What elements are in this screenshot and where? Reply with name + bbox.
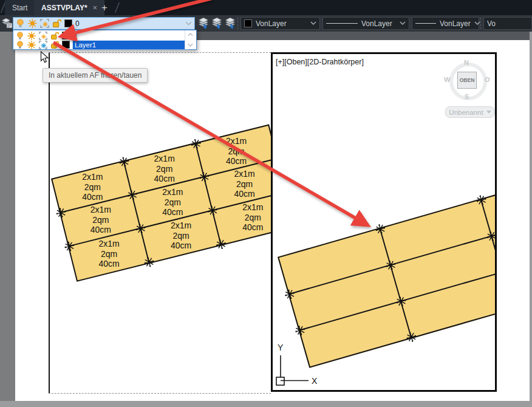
panel-label: 2x1m2qm40cm <box>67 205 134 235</box>
ucs-icon: Y X <box>273 337 333 392</box>
layer-unlock-icon[interactable] <box>50 32 59 40</box>
block-marker-icon <box>475 194 488 207</box>
ucs-x-label: X <box>312 376 318 386</box>
layer-name: 0 <box>73 32 77 39</box>
plotstyle-value: Vo <box>487 19 496 28</box>
layer-color-swatch[interactable] <box>62 41 70 49</box>
layer-color-swatch[interactable] <box>64 19 72 27</box>
layer-row-layer1[interactable]: Layer1 <box>13 40 190 49</box>
block-marker-icon <box>126 189 139 202</box>
linetype-value: VonLayer <box>361 19 392 28</box>
block-marker-icon <box>134 222 147 235</box>
block-marker-icon <box>294 324 307 337</box>
panel-label: 2x1m2qm40cm <box>139 187 206 217</box>
layer-color-swatch[interactable] <box>62 32 70 39</box>
tab-asstvplay[interactable]: ASSTVPLAY* × <box>34 0 104 15</box>
file-tab-bar: Start ASSTVPLAY* × + <box>0 0 532 15</box>
chevron-down-icon[interactable] <box>185 21 192 26</box>
match-layer-icon[interactable] <box>211 17 223 29</box>
layers-toolbar: 0 VonLayer VonLayer VonLayer Vo <box>0 15 532 32</box>
grid-line <box>299 242 497 330</box>
viewcube-south[interactable]: S <box>465 93 469 100</box>
scroll-up-icon[interactable] <box>188 32 193 36</box>
left-viewport-border <box>49 52 50 394</box>
grid-line <box>480 200 497 309</box>
panel-label: 2x1m2qm40cm <box>131 154 198 184</box>
vp-freeze-icon[interactable] <box>39 32 47 40</box>
block-marker-icon <box>405 330 418 343</box>
linetype-combo[interactable]: VonLayer <box>322 17 409 30</box>
layer-on-bulb-icon[interactable] <box>16 19 25 28</box>
block-marker-icon <box>63 240 76 253</box>
layer-name-selected[interactable]: Layer1 <box>73 41 188 49</box>
scroll-down-icon[interactable] <box>188 43 193 47</box>
tab-asstvplay-label: ASSTVPLAY* <box>41 4 87 12</box>
block-marker-icon <box>206 204 219 217</box>
block-marker-icon <box>374 223 387 236</box>
lineweight-combo[interactable]: VonLayer <box>412 17 479 30</box>
layer-properties-icon[interactable] <box>1 17 13 29</box>
new-tab-button[interactable]: + <box>97 1 112 15</box>
make-object-layer-current-icon[interactable] <box>197 17 210 29</box>
view-name-label: Unbenannt <box>449 109 483 116</box>
layer-row-0[interactable]: 0 <box>13 31 190 40</box>
lineweight-value: VonLayer <box>440 19 471 28</box>
block-marker-icon <box>118 156 131 168</box>
block-marker-icon <box>384 259 397 272</box>
layer-dropdown-list[interactable]: 0 Layer1 <box>13 30 197 50</box>
vp-freeze-icon[interactable] <box>40 19 49 28</box>
chevron-down-icon <box>486 111 491 114</box>
block-marker-icon <box>198 171 211 183</box>
object-color-combo[interactable]: VonLayer <box>240 17 320 30</box>
vp-freeze-tooltip: In aktuellem AF frieren/tauen <box>43 68 148 83</box>
view-name-dropdown[interactable]: Unbenannt <box>445 106 495 118</box>
block-marker-icon <box>485 230 497 242</box>
viewcube-east[interactable]: O <box>485 76 490 83</box>
chevron-down-icon <box>310 21 316 26</box>
block-marker-icon <box>190 138 203 151</box>
current-layer-name: 0 <box>75 19 80 28</box>
panel-label: 2x1m2qm40cm <box>76 239 143 269</box>
layer-unlock-icon[interactable] <box>52 19 61 28</box>
panel-label: 2x1m2qm40cm <box>203 136 270 166</box>
tab-start-label: Start <box>12 4 27 12</box>
layout-margin-left <box>0 32 15 407</box>
lineweight-sample <box>415 23 436 24</box>
tooltip-text: In aktuellem AF frieren/tauen <box>49 71 142 80</box>
viewport-controls-label[interactable]: [+][Oben][2D-Drahtkörper] <box>276 58 364 66</box>
layer-thaw-sun-icon[interactable] <box>28 19 37 28</box>
panel-label: 2x1m2qm40cm <box>59 172 126 202</box>
block-marker-icon <box>55 207 67 219</box>
chevron-down-icon <box>474 21 480 26</box>
drawing-area[interactable]: 2x1m2qm40cm 2x1m2qm40cm 2x1m2qm40cm 2x1m… <box>0 32 532 407</box>
printable-area-dashed-line <box>49 52 271 53</box>
vp-frozen-snowflake-icon[interactable] <box>39 41 47 49</box>
block-marker-icon <box>496 266 497 279</box>
layer-on-bulb-icon[interactable] <box>16 41 24 49</box>
viewcube-north[interactable]: N <box>464 59 469 66</box>
ucs-y-label: Y <box>278 343 284 352</box>
block-marker-icon <box>395 295 408 308</box>
layer-combo[interactable]: 0 <box>13 17 195 30</box>
toolbar-separator <box>237 18 238 29</box>
toolbar-separator <box>480 18 481 29</box>
color-swatch-black <box>244 19 252 27</box>
dropdown-scrollbar[interactable] <box>185 30 196 49</box>
printable-area-dashed-line <box>49 393 271 394</box>
grid-line <box>380 228 412 337</box>
chevron-down-icon <box>400 21 406 26</box>
layer-on-bulb-icon[interactable] <box>16 32 24 40</box>
tab-separator <box>115 2 120 13</box>
layer-thaw-sun-icon[interactable] <box>27 32 36 40</box>
layout-margin-right <box>530 32 532 407</box>
plotstyle-combo-partial[interactable]: Vo <box>483 17 532 30</box>
layout-margin-bottom <box>0 401 532 407</box>
viewcube-west[interactable]: W <box>444 76 450 83</box>
panel-label: 2x1m2qm40cm <box>148 221 214 251</box>
viewcube-top-face[interactable]: OBEN <box>457 72 477 89</box>
layer-thaw-sun-icon[interactable] <box>27 41 36 49</box>
previous-layer-icon[interactable] <box>224 17 236 29</box>
layer-unlock-icon[interactable] <box>50 41 59 49</box>
current-viewport[interactable]: [+][Oben][2D-Drahtkörper] N W O S OBEN U… <box>271 52 497 392</box>
tab-start[interactable]: Start <box>5 0 35 15</box>
